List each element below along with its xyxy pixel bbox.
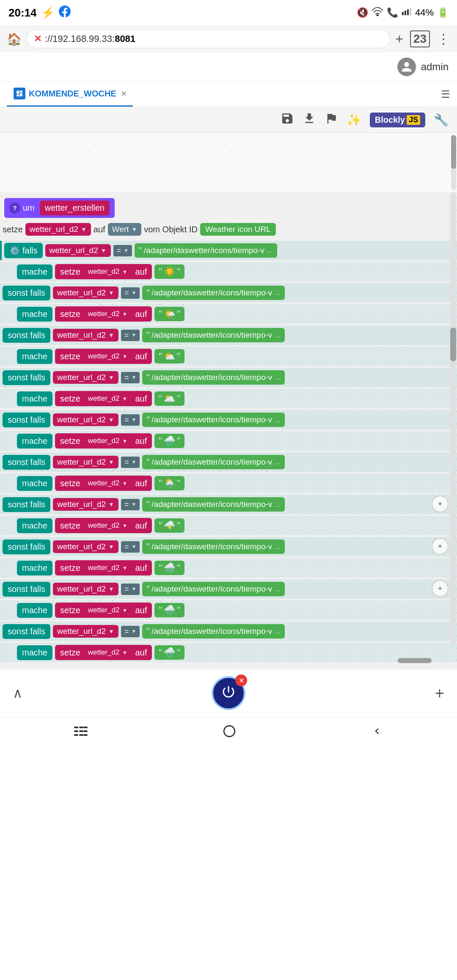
block-row-mache-1: mache setze wetter_d2 ▼ auf " ☀️ ": [0, 262, 457, 281]
block-row-sonst-falls-3: sonst falls wetter_url_d2 ▼ = ▼ "/adapte…: [0, 368, 457, 387]
lightning-icon: ⚡: [41, 6, 55, 19]
svg-rect-14: [224, 726, 235, 737]
svg-rect-13: [83, 734, 88, 736]
new-tab-button[interactable]: +: [395, 31, 403, 47]
svg-rect-6: [79, 727, 83, 728]
tab-kommende-woche[interactable]: KOMMENDE_WOCHE ×: [7, 82, 133, 107]
block-row-setze-url: setze wetter_url_d2 ▼ auf Wert ▼ vom Obj…: [0, 220, 457, 239]
block-row-mache-5: mache setze wetter_d2 ▼ auf " 🌧️ ": [0, 431, 457, 451]
partly-sunny-block: " 🌤️ ": [154, 307, 184, 321]
signal-icon: [402, 7, 412, 19]
sonst-falls-block-1: sonst falls: [3, 286, 50, 300]
vertical-scrollbar-thumb[interactable]: [450, 328, 456, 361]
tab-icon: [14, 88, 25, 99]
block-row-mache-9: mache setze wetter_d2 ▼ auf " 🌧️ ": [0, 600, 457, 620]
browser-actions: + 23 ⋮: [395, 30, 450, 47]
zoom-button-3[interactable]: +: [432, 580, 449, 597]
blockly-js-toggle[interactable]: Blockly JS: [370, 113, 425, 127]
status-right: 🔇 📞 44% 🔋: [357, 7, 449, 19]
svg-rect-12: [79, 734, 83, 736]
block-row-sonst-falls-4: sonst falls wetter_url_d2 ▼ = ▼ "/adapte…: [0, 410, 457, 429]
svg-rect-4: [410, 8, 411, 15]
block-row-sonst-falls-6: sonst falls wetter_url_d2 ▼ = ▼ "/adapte…: [0, 495, 457, 514]
block-row-sonst-falls-5: sonst falls wetter_url_d2 ▼ = ▼ "/adapte…: [0, 452, 457, 472]
um-block: ? um wetter_erstellen: [4, 198, 115, 218]
vom-label: vom Objekt ID: [144, 225, 198, 234]
svg-point-0: [377, 15, 378, 16]
block-row-sonst-falls-2: sonst falls wetter_url_d2 ▼ = ▼ "/adapte…: [0, 325, 457, 345]
setze-label-1: setze: [3, 225, 23, 234]
browser-menu-button[interactable]: ⋮: [437, 31, 450, 47]
power-fab-button[interactable]: ✕: [212, 676, 245, 710]
block-row-mache-7: mache setze wetter_d2 ▼ auf " 🌩️ ": [0, 516, 457, 535]
tab-bar: KOMMENDE_WOCHE × ☰: [0, 82, 457, 107]
zoom-button-1[interactable]: +: [432, 496, 449, 512]
block-row-sonst-falls-7: sonst falls wetter_url_d2 ▼ = ▼ "/adapte…: [0, 537, 457, 556]
svg-rect-7: [83, 727, 88, 728]
facebook-icon: [59, 6, 71, 20]
tab-bar-menu-icon[interactable]: ☰: [441, 88, 450, 100]
wetter-url-d2-var: wetter_url_d2 ▼: [25, 223, 91, 236]
toolbar: ✨ Blockly JS 🔧: [0, 107, 457, 133]
svg-rect-5: [74, 727, 78, 728]
export-button[interactable]: [303, 112, 316, 128]
weather-icon-url-block: Weather icon URL: [200, 223, 276, 236]
sun-emoji-block: " ☀️ ": [154, 264, 184, 279]
home-nav-button[interactable]: [222, 724, 237, 741]
wetter-erstellen-block: wetter_erstellen: [40, 201, 110, 215]
block-row-mache-4: mache setze wetter_d2 ▼ auf " 🌥️ ": [0, 389, 457, 408]
wetter-url-d2-var-2: wetter_url_d2 ▼: [45, 244, 111, 257]
chevron-up-button[interactable]: ∧: [13, 685, 22, 701]
flag-button[interactable]: [325, 112, 338, 128]
menu-nav-button[interactable]: [74, 726, 88, 740]
fab-close-icon[interactable]: ✕: [235, 674, 247, 686]
mache-block-2: mache: [17, 307, 52, 322]
svg-rect-10: [83, 730, 88, 732]
falls-block-1: ⚙️ falls: [4, 243, 43, 258]
wifi-icon: [372, 7, 383, 19]
tab-close-button[interactable]: ×: [121, 89, 127, 99]
block-row-um: ? um wetter_erstellen: [0, 198, 457, 218]
blockly-canvas[interactable]: [0, 133, 457, 192]
call-icon: 📞: [387, 7, 398, 18]
zoom-button-2[interactable]: +: [432, 538, 449, 555]
mache-block-1: mache: [17, 264, 52, 279]
system-nav: [0, 717, 457, 748]
block-row-mache-6: mache setze wetter_d2 ▼ auf " 🌦️ ": [0, 473, 457, 493]
setze-wetter-d2-2: setze wetter_d2 ▼ auf: [55, 306, 152, 322]
back-nav-button[interactable]: [371, 725, 383, 740]
status-left: 20:14 ⚡: [8, 6, 71, 20]
equals-block-1: = ▼: [113, 245, 132, 256]
mute-icon: 🔇: [357, 7, 368, 18]
admin-avatar: [397, 58, 416, 76]
blocks-area[interactable]: ? um wetter_erstellen setze wetter_url_d…: [0, 192, 457, 669]
battery-display: 44%: [415, 7, 434, 18]
svg-rect-1: [402, 12, 404, 15]
add-button[interactable]: +: [435, 684, 444, 702]
url-bar[interactable]: ✕ ://192.168.99.33:8081: [27, 30, 390, 48]
admin-name-label: admin: [421, 61, 449, 73]
settings-button[interactable]: 🔧: [434, 113, 449, 127]
horizontal-scrollbar[interactable]: [398, 658, 432, 663]
sparkle-button[interactable]: ✨: [347, 113, 361, 127]
admin-header: admin: [0, 52, 457, 82]
home-button[interactable]: 🏠: [7, 32, 22, 46]
time-display: 20:14: [8, 6, 37, 19]
save-button[interactable]: [281, 112, 294, 128]
svg-rect-3: [407, 9, 409, 15]
vertical-scrollbar-track[interactable]: [450, 192, 456, 644]
blockly-label: Blockly: [375, 115, 405, 125]
auf-label-1: auf: [94, 225, 105, 234]
adapter-path-block-1: " /adapter/daswetter/icons/tiempo-v …: [135, 243, 277, 258]
status-bar: 20:14 ⚡ 🔇 📞 44% 🔋: [0, 0, 457, 25]
js-badge: JS: [407, 115, 420, 125]
block-row-sonst-falls-last: sonst falls wetter_url_d2 ▼ = ▼ "/adapte…: [0, 622, 457, 641]
battery-icon: 🔋: [437, 7, 449, 18]
stop-loading-icon[interactable]: ✕: [34, 33, 41, 44]
svg-rect-2: [405, 11, 406, 15]
tab-count-badge[interactable]: 23: [410, 30, 430, 47]
block-row-sonst-falls-8: sonst falls wetter_url_d2 ▼ = ▼ "/adapte…: [0, 579, 457, 599]
setze-wetter-d2-1: setze wetter_d2 ▼ auf: [55, 264, 152, 279]
bottom-nav: ∧ ✕ +: [0, 669, 457, 717]
block-row-sonst-falls-1: sonst falls wetter_url_d2 ▼ = ▼ " /adapt…: [0, 283, 457, 303]
